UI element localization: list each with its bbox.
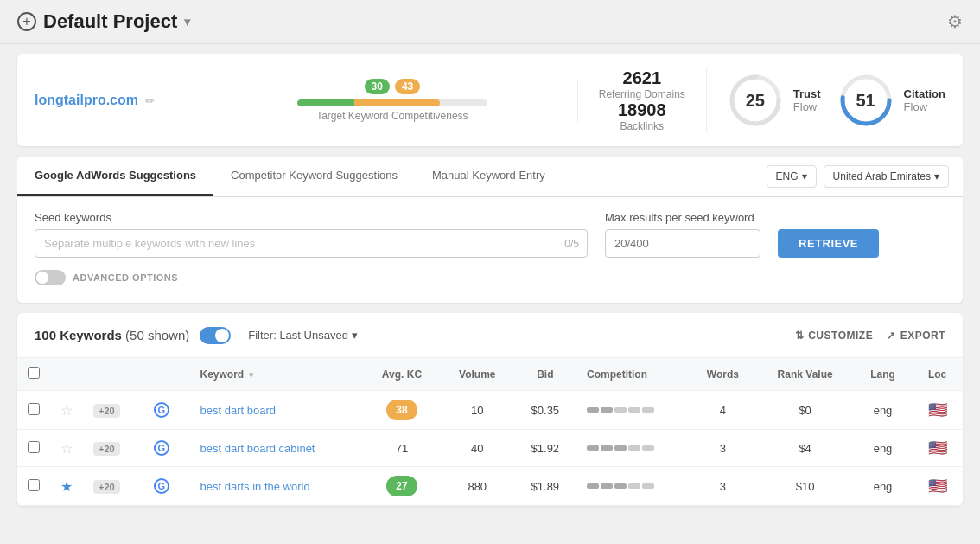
td-volume: 40 [441, 430, 514, 467]
tab-google-adwords[interactable]: Google AdWords Suggestions [17, 157, 213, 196]
project-title-area: + Default Project ▾ [17, 10, 190, 33]
project-caret[interactable]: ▾ [184, 15, 190, 29]
th-rank-value: Rank Value [756, 358, 853, 391]
citation-flow-item: 51 Citation Flow [838, 73, 945, 128]
google-icon[interactable]: G [154, 478, 169, 494]
project-name: Default Project [43, 10, 177, 33]
td-plus: +20 [83, 467, 143, 506]
table-header-row: Keyword ▾ Avg. KC Volume Bid Competition… [17, 358, 963, 391]
star-icon[interactable]: ☆ [60, 403, 73, 418]
keyword-link[interactable]: best darts in the world [200, 480, 310, 493]
max-results-input[interactable] [605, 229, 760, 258]
tab-manual-keyword[interactable]: Manual Keyword Entry [415, 157, 563, 196]
td-words: 4 [689, 391, 756, 430]
language-selector[interactable]: ENG ▾ [767, 165, 817, 188]
retrieve-button[interactable]: RETRIEVE [778, 229, 879, 258]
th-bid: Bid [514, 358, 576, 391]
keyword-link[interactable]: best dart board [200, 404, 276, 417]
td-loc: 🇺🇸 [912, 467, 963, 506]
row-checkbox[interactable] [28, 403, 40, 415]
gear-icon: ⚙ [947, 12, 963, 31]
th-volume: Volume [441, 358, 514, 391]
max-results-label: Max results per seed keyword [605, 211, 760, 224]
kc-value: 71 [396, 442, 408, 455]
th-loc: Loc [912, 358, 963, 391]
tab-competitor-keyword[interactable]: Competitor Keyword Suggestions [213, 157, 415, 196]
advanced-options-label: ADVANCED OPTIONS [73, 272, 178, 283]
tabs-container: Google AdWords Suggestions Competitor Ke… [17, 157, 753, 196]
advanced-toggle[interactable] [35, 270, 66, 285]
tabs-bar: Google AdWords Suggestions Competitor Ke… [17, 157, 963, 197]
filter-button[interactable]: Filter: Last Unsaved ▾ [241, 325, 365, 345]
table-actions: ⇅ CUSTOMIZE ↗ EXPORT [795, 330, 945, 342]
citation-flow-gauge: 51 [838, 73, 894, 128]
domain-link[interactable]: longtailpro.com [35, 93, 138, 108]
select-all-checkbox[interactable] [28, 367, 40, 379]
td-kc: 71 [363, 430, 441, 467]
domain-section: longtailpro.com ✏ [35, 93, 207, 108]
keyword-link[interactable]: best dart board cabinet [200, 442, 315, 455]
competition-bar [587, 483, 678, 489]
table-row: ☆ +20 G best dart board cabinet 71 40 $1… [17, 430, 963, 467]
th-star [50, 358, 83, 391]
bar-labels: 30 43 [228, 79, 557, 94]
row-checkbox[interactable] [28, 441, 40, 453]
export-button[interactable]: ↗ EXPORT [887, 330, 945, 342]
seed-keywords-input[interactable] [35, 229, 588, 258]
settings-button[interactable]: ⚙ [947, 11, 963, 32]
plus-badge[interactable]: +20 [93, 404, 120, 418]
country-caret: ▾ [934, 170, 939, 182]
plus-badge[interactable]: +20 [93, 442, 120, 456]
star-icon[interactable]: ☆ [60, 441, 73, 456]
edit-domain-icon[interactable]: ✏ [145, 94, 155, 107]
trust-flow-item: 25 Trust Flow [728, 73, 821, 128]
referring-domains-section: 2621 Referring Domains 18908 Backlinks [578, 68, 707, 132]
competitiveness-label: Target Keyword Competitiveness [228, 110, 557, 122]
star-icon[interactable]: ★ [60, 479, 73, 494]
td-plus: +20 [83, 391, 143, 430]
keywords-table: Keyword ▾ Avg. KC Volume Bid Competition… [17, 358, 963, 506]
keyword-sort-icon[interactable]: ▾ [249, 370, 253, 380]
country-selector[interactable]: United Arab Emirates ▾ [824, 165, 949, 188]
flag-icon: 🇺🇸 [928, 477, 947, 495]
td-rank-value: $4 [756, 430, 853, 467]
referring-domains-count: 2621 [599, 68, 685, 88]
td-star: ☆ [50, 391, 83, 430]
customize-label: CUSTOMIZE [808, 330, 873, 342]
add-project-icon[interactable]: + [17, 12, 36, 31]
locale-selectors: ENG ▾ United Arab Emirates ▾ [753, 157, 963, 196]
competition-bar [587, 445, 678, 451]
td-google: G [143, 430, 190, 467]
td-volume: 880 [441, 467, 514, 506]
country-value: United Arab Emirates [833, 170, 931, 182]
td-kc: 27 [363, 467, 441, 506]
export-label: EXPORT [900, 330, 945, 342]
kc-badge: 27 [386, 476, 417, 496]
td-keyword: best dart board [190, 391, 364, 430]
keywords-toggle[interactable] [200, 327, 231, 344]
customize-button[interactable]: ⇅ CUSTOMIZE [795, 330, 873, 342]
th-plus [83, 358, 143, 391]
td-checkbox [17, 391, 50, 430]
plus-badge[interactable]: +20 [93, 480, 120, 494]
seed-keywords-label: Seed keywords [35, 211, 588, 224]
google-icon[interactable]: G [154, 402, 169, 418]
citation-flow-subname: Flow [904, 100, 945, 113]
trust-flow-gauge: 25 [728, 73, 783, 128]
backlinks-count: 18908 [599, 100, 685, 120]
google-icon[interactable]: G [154, 440, 169, 456]
td-plus: +20 [83, 430, 143, 467]
filter-label: Filter: Last Unsaved [248, 329, 348, 342]
trust-flow-value: 25 [746, 91, 765, 111]
td-competition [576, 430, 689, 467]
td-competition [576, 467, 689, 506]
row-checkbox[interactable] [28, 479, 40, 491]
keywords-header: 100 Keywords (50 shown) Filter: Last Uns… [17, 313, 963, 358]
td-loc: 🇺🇸 [912, 430, 963, 467]
competition-bar [587, 407, 678, 413]
td-volume: 10 [441, 391, 514, 430]
td-star: ☆ [50, 430, 83, 467]
language-caret: ▾ [802, 170, 807, 182]
flow-section: 25 Trust Flow 51 Citation F [707, 73, 945, 128]
td-lang: eng [854, 391, 912, 430]
